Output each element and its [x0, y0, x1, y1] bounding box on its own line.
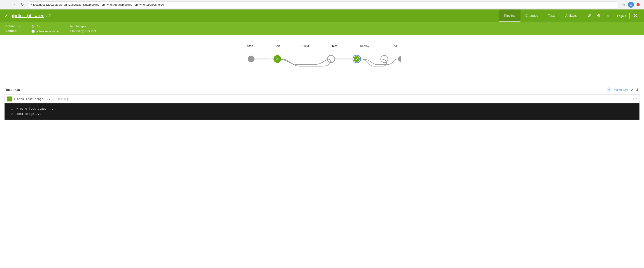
url-text: localhost:32002/blue/organizations/jenki…	[33, 3, 164, 6]
header-nav: Pipeline Changes Tests Artifacts	[499, 10, 582, 22]
download-button[interactable]: ⬇	[636, 88, 638, 92]
commit-label: Commit:	[6, 29, 18, 33]
tab-changes[interactable]: Changes	[520, 10, 543, 22]
terminal-line-2: 2 Test stage ...	[8, 111, 636, 117]
changes-row: No changes	[70, 25, 96, 28]
stage-label-init: Init	[276, 44, 280, 48]
commit-value: —	[19, 29, 22, 33]
pipeline-svg: ✓ ✓	[243, 50, 401, 68]
tab-artifacts[interactable]: Artifacts	[560, 10, 582, 22]
info-changes: No changes Started by user root	[70, 25, 96, 33]
line-number-1: 1	[8, 106, 13, 111]
extension-button[interactable]	[635, 2, 641, 8]
log-header-right: ↺ Restart Test ↗ ⬇	[606, 87, 638, 92]
time-value: a few seconds ago	[37, 30, 61, 33]
restart-test-button[interactable]: ↺ Restart Test	[606, 87, 628, 92]
open-external-button[interactable]: ↗	[630, 88, 634, 92]
step-chevron-icon: ▾	[14, 97, 15, 101]
browser-chrome: ← → ↻ ℹ localhost:32002/blue/organizatio…	[0, 0, 644, 10]
info-branch-commit: Branch: — Commit: —	[6, 25, 22, 33]
browser-right-icons: ☆ G	[620, 2, 641, 8]
duration-icon: ⏳	[31, 25, 35, 28]
duration-value: 3s	[37, 25, 40, 28]
branch-row: Branch: —	[6, 25, 22, 28]
duration-row: ⏳ 3s	[31, 25, 61, 28]
settings-button[interactable]: ⚙	[595, 12, 602, 20]
tab-pipeline[interactable]: Pipeline	[499, 10, 520, 22]
svg-text:✓: ✓	[276, 57, 279, 61]
log-step-row[interactable]: ✓ ▾ echo Test stage ... — Shell Script <…	[4, 94, 640, 103]
stage-label-end: End	[392, 44, 397, 48]
log-area: Test - <1s ↺ Restart Test ↗ ⬇ ✓ ▾ echo T…	[0, 85, 644, 120]
step-type: — Shell Script	[52, 97, 69, 101]
success-check-icon: ✓	[4, 13, 8, 19]
ext-icon	[636, 3, 640, 6]
info-timing: ⏳ 3s 🕐 a few seconds ago	[31, 25, 61, 33]
avatar: G	[628, 2, 634, 8]
stage-label-test: Test	[332, 44, 337, 48]
line-number-2: 2	[8, 111, 13, 117]
step-check-icon: ✓	[7, 97, 12, 101]
log-title: Test - <1s	[6, 88, 20, 92]
replay-button[interactable]: ↺	[585, 12, 593, 20]
address-bar[interactable]: ℹ localhost:32002/blue/organizations/jen…	[27, 1, 619, 8]
bookmark-button[interactable]: ☆	[620, 2, 627, 8]
step-name: echo Test stage ...	[17, 97, 50, 101]
step-duration: <1s	[632, 97, 637, 101]
line-content-2: Test stage ...	[16, 111, 41, 117]
lock-icon: ℹ	[31, 3, 32, 6]
pipeline-area: Start Init Build Test Deploy End ✓	[0, 35, 644, 80]
header-actions: ↺ ⚙ ⎆ Logout ✕	[585, 12, 640, 20]
profile-button[interactable]: G	[628, 2, 634, 8]
close-button[interactable]: ✕	[631, 12, 640, 20]
go-to-classic-button[interactable]: ⎆	[604, 12, 612, 20]
app-header: ✓ pipeline_job_when ‹ 2 Pipeline Changes…	[0, 10, 644, 22]
started-row: Started by user root	[70, 29, 96, 33]
time-icon: 🕐	[31, 29, 35, 33]
changes-value: No changes	[70, 25, 86, 28]
started-value: Started by user root	[70, 29, 96, 33]
terminal-output: 1 + echo Test stage ... 2 Test stage ...	[4, 103, 640, 120]
stage-label-build: Build	[302, 44, 309, 48]
logout-button[interactable]: Logout	[614, 13, 630, 19]
forward-button[interactable]: →	[11, 2, 17, 8]
breadcrumb: ‹ 2	[46, 14, 51, 18]
info-bar: Branch: — Commit: — ⏳ 3s 🕐 a few seconds…	[0, 22, 644, 35]
line-content-1: + echo Test stage ...	[16, 106, 54, 111]
restart-icon: ↺	[606, 87, 612, 92]
stage-label-start: Start	[247, 44, 253, 48]
terminal-line-1: 1 + echo Test stage ...	[8, 106, 636, 111]
branch-value: —	[18, 25, 21, 28]
branch-label: Branch:	[6, 25, 16, 28]
time-row: 🕐 a few seconds ago	[31, 29, 61, 33]
stage-label-deploy: Deploy	[360, 44, 369, 48]
back-button[interactable]: ←	[3, 2, 9, 8]
svg-text:✓: ✓	[356, 57, 358, 61]
stage-circle-start[interactable]	[248, 56, 254, 62]
pipeline-title-link[interactable]: pipeline_job_when	[10, 14, 44, 18]
tab-tests[interactable]: Tests	[543, 10, 560, 22]
stage-circle-end[interactable]	[398, 56, 401, 62]
log-header: Test - <1s ↺ Restart Test ↗ ⬇	[4, 85, 640, 94]
commit-row: Commit: —	[6, 29, 22, 33]
reload-button[interactable]: ↻	[19, 2, 25, 8]
